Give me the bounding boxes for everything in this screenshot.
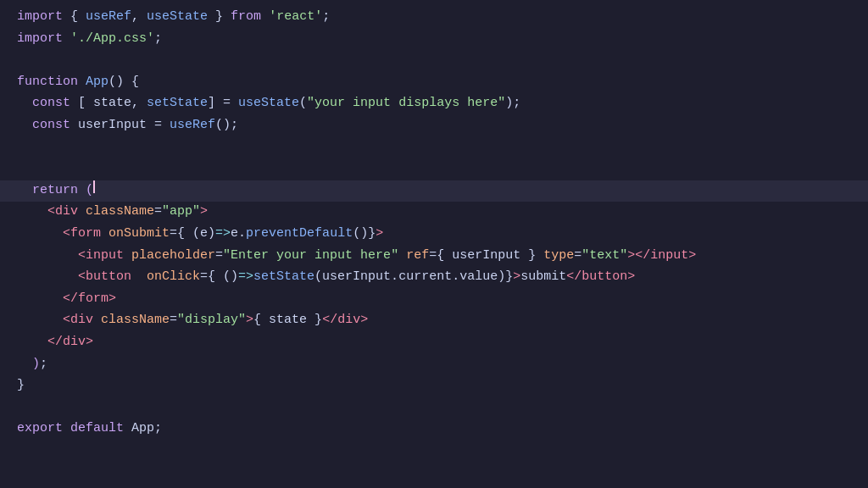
token — [17, 246, 78, 266]
token: placeholder — [131, 246, 215, 266]
token: from — [231, 7, 261, 27]
token: </div> — [47, 332, 93, 352]
token: ) — [32, 354, 40, 374]
token: ref — [406, 246, 429, 266]
token — [17, 332, 47, 352]
token: className — [101, 310, 170, 330]
code-line: <div className = "app" > — [0, 202, 868, 224]
token: = — [574, 246, 581, 266]
token: ={ () — [200, 267, 238, 287]
token: ( — [299, 93, 307, 114]
token: onClick — [147, 267, 200, 287]
token: } — [208, 7, 231, 27]
token: setState — [147, 93, 208, 114]
token: <div — [63, 310, 93, 330]
token: useState — [238, 93, 299, 114]
token: ></input> — [627, 246, 696, 266]
token — [131, 267, 147, 287]
token: className — [86, 202, 154, 222]
token: const — [32, 93, 70, 114]
code-line: export default App; — [0, 419, 868, 441]
code-line: const userInput = useRef (); — [0, 115, 868, 137]
code-line: import './App.css' ; — [0, 29, 868, 51]
token — [17, 289, 63, 309]
token: ] = — [208, 93, 238, 114]
token: useState — [147, 7, 208, 27]
token: App; — [124, 419, 162, 439]
token: <form — [63, 224, 101, 244]
token: (); — [215, 115, 238, 136]
token: 'react' — [269, 7, 322, 27]
token — [124, 246, 131, 266]
token: { — [63, 7, 86, 27]
token: => — [215, 224, 231, 244]
token: useRef — [170, 115, 215, 136]
code-line: function App () { — [0, 72, 868, 94]
token: e. — [231, 224, 246, 244]
code-line: <button onClick ={ () => setState (userI… — [0, 267, 868, 289]
code-line — [0, 137, 868, 159]
code-line: <input placeholder = "Enter your input h… — [0, 246, 868, 268]
token: </button> — [566, 267, 635, 287]
token — [17, 202, 47, 222]
token: "display" — [177, 310, 246, 330]
token: default — [70, 419, 124, 439]
token: './App.css' — [70, 29, 154, 49]
cursor — [93, 180, 95, 193]
code-line: <form onSubmit ={ (e) => e. preventDefau… — [0, 224, 868, 246]
token: setState — [253, 267, 314, 287]
token — [261, 7, 269, 27]
token — [17, 115, 32, 136]
token — [17, 310, 63, 330]
token: } — [17, 375, 25, 396]
token: (userInput.current.value)} — [314, 267, 513, 287]
token: "app" — [162, 202, 200, 222]
token: "Enter your input here" — [223, 246, 398, 266]
token: </div> — [322, 310, 368, 330]
token: </form> — [63, 289, 116, 309]
token: onSubmit — [108, 224, 170, 244]
token: export — [17, 419, 63, 439]
token: preventDefault — [246, 224, 353, 244]
token: , — [131, 7, 147, 27]
token: import — [17, 7, 63, 27]
token: [ state, — [70, 93, 147, 114]
token: ); — [505, 93, 520, 114]
token: = — [215, 246, 223, 266]
token: > — [513, 267, 520, 287]
token: > — [376, 224, 383, 244]
code-line: <div className = "display" > { state } <… — [0, 310, 868, 332]
token — [17, 93, 32, 114]
token: useRef — [86, 7, 131, 27]
token — [398, 246, 406, 266]
token: App — [86, 72, 108, 92]
token: = — [170, 310, 177, 330]
token — [17, 354, 32, 374]
code-line: } — [0, 375, 868, 397]
token: type — [543, 246, 574, 266]
token: <button — [78, 267, 131, 287]
token: { state } — [253, 310, 322, 330]
token: function — [17, 72, 78, 92]
token: () { — [108, 72, 139, 92]
token: "your input displays here" — [307, 93, 505, 114]
token: ={ userInput } — [429, 246, 543, 266]
token — [78, 180, 86, 201]
code-line: </form> — [0, 289, 868, 311]
token — [17, 180, 32, 201]
token: const — [32, 115, 70, 136]
token — [63, 29, 70, 49]
token — [78, 202, 86, 222]
token — [101, 224, 108, 244]
code-line: const [ state, setState ] = useState ( "… — [0, 93, 868, 115]
token — [78, 72, 86, 92]
code-line: return ( — [0, 180, 868, 202]
token — [17, 224, 63, 244]
token: ( — [86, 180, 93, 201]
token: > — [246, 310, 253, 330]
code-line: </div> — [0, 332, 868, 354]
token: import — [17, 29, 63, 49]
token — [63, 419, 70, 439]
code-line: import { useRef , useState } from 'react… — [0, 7, 868, 29]
code-editor: import { useRef , useState } from 'react… — [0, 0, 868, 488]
